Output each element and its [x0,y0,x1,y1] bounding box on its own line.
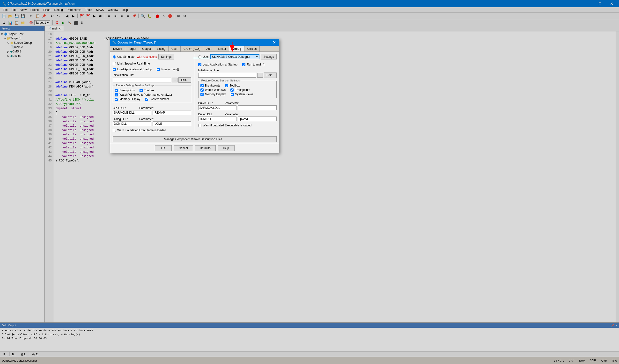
dialog-tab-asm[interactable]: Asm [203,46,215,52]
dialog-param-input-left[interactable] [153,121,191,126]
watch-windows-row-right: Watch Windows [200,88,226,92]
dialog-tab-user[interactable]: User [169,46,181,52]
init-file-row-right: ... Edit... [198,72,277,78]
run-to-main-checkbox-right[interactable] [242,63,245,66]
dialog-divider [195,54,195,132]
memory-display-checkbox-left[interactable] [115,98,118,101]
dialog-dll-labels-right: Dialog DLL: Parameter: [198,113,277,116]
init-file-section-left: Initialization File: ... Edit... [113,73,191,83]
system-viewer-row-left: System Viewer [145,98,169,101]
load-app-checkbox-left[interactable] [113,68,116,71]
dialog-title-label: Options for Target 'Target 1' [117,41,156,44]
dialog-footer: OK Cancel Defaults Help [110,143,279,153]
restore-row3-left: Memory Display System Viewer [115,98,189,101]
load-app-label-left: Load Application at Startup [117,68,152,71]
watch-windows-checkbox-left[interactable] [115,93,118,97]
dialog-defaults-button[interactable]: Defaults [195,145,216,151]
warn-outdated-row-right: Warn if outdated Executable is loaded [198,124,277,127]
warn-outdated-checkbox-right[interactable] [198,124,201,127]
dialog-tab-cpp[interactable]: C/C++ (AC6) [181,46,203,52]
cpu-dll-input[interactable] [113,110,151,115]
init-file-browse-right[interactable]: ... [257,73,263,78]
dialog-dll-label-right: Dialog DLL: [198,113,223,116]
toolbox-row-right: Toolbox [225,84,240,87]
init-file-label-right: Initialization File: [198,69,277,72]
run-to-main-checkbox-left[interactable] [157,68,160,71]
init-file-edit-right[interactable]: Edit... [264,72,277,78]
dialog-dll-input-right[interactable] [198,116,237,121]
run-to-main-row-left: Run to main() [157,68,179,71]
init-file-browse-left[interactable]: ... [172,78,178,83]
breakpoints-label-left: Breakpoints [119,89,135,92]
limit-speed-checkbox[interactable] [113,62,116,65]
restore-group-left: Restore Debug Session Settings Breakpoin… [113,85,191,103]
dialog-tab-linker[interactable]: Linker [215,46,229,52]
load-app-row-left: Load Application at Startup [113,68,152,71]
restore-group-label-left: Restore Debug Session Settings [115,84,155,87]
with-restrictions-link[interactable]: with restrictions [137,55,157,58]
memory-display-label-left: Memory Display [119,98,140,101]
dialog-tab-utilities[interactable]: Utilities [244,46,260,52]
dialog-icon: 🔧 [112,41,116,44]
watch-windows-checkbox-right[interactable] [200,88,204,92]
memory-display-checkbox-right[interactable] [200,93,204,96]
manage-component-viewer-button[interactable]: Manage Component Viewer Description File… [113,136,277,142]
system-viewer-checkbox-right[interactable] [231,93,234,96]
restore-group-right: Restore Debug Session Settings Breakpoin… [198,81,277,98]
dialog-tab-output[interactable]: Output [139,46,154,52]
dialog-tab-device[interactable]: Device [110,46,125,52]
system-viewer-label-right: System Viewer [235,93,255,96]
warn-outdated-checkbox-left[interactable] [113,129,116,132]
use-simulator-radio[interactable] [113,55,116,58]
limit-speed-label: Limit Speed to Real-Time [117,62,150,65]
watch-windows-row-left: Watch Windows & Performance Analyzer [115,93,189,97]
init-file-edit-left[interactable]: Edit... [178,77,191,83]
system-viewer-row-right: System Viewer [231,93,255,96]
toolbox-checkbox-left[interactable] [140,89,143,92]
driver-param-input[interactable] [238,105,277,110]
driver-param-label: Parameter: [225,101,239,105]
init-file-section-right: Initialization File: ... Edit... [198,69,277,78]
dialog-tab-target[interactable]: Target [125,46,139,52]
load-app-checkbox-right[interactable] [198,63,201,66]
init-file-input-left[interactable] [113,78,171,83]
use-dropdown-row: Use: ULINK2/ME Cortex Debugger Settings [198,54,277,59]
dialog-title-text: 🔧 Options for Target 'Target 1' [112,41,156,44]
use-hardware-radio[interactable] [198,55,201,58]
dialog-title-bar: 🔧 Options for Target 'Target 1' ✕ [110,39,279,46]
breakpoints-checkbox-left[interactable] [115,89,118,92]
toolbox-checkbox-right[interactable] [225,84,228,87]
init-file-input-right[interactable] [198,73,256,78]
restore-group-label-right: Restore Debug Session Settings [200,79,241,82]
driver-dll-input[interactable] [198,105,237,110]
system-viewer-checkbox-left[interactable] [145,98,148,101]
use-simulator-label: Use Simulator [117,55,135,58]
cpu-param-input[interactable] [153,110,191,115]
dialog-tab-listing[interactable]: Listing [154,46,169,52]
system-viewer-label-left: System Viewer [150,98,169,101]
load-app-label-right: Load Application at Startup [203,63,238,66]
breakpoints-row-right: Breakpoints [200,84,220,87]
dialog-param-label-right: Parameter: [225,113,239,116]
dialog-tab-debug[interactable]: Debug [229,46,244,52]
breakpoints-checkbox-right[interactable] [200,84,204,87]
run-to-main-label-left: Run to main() [161,68,179,71]
dialog-help-button[interactable]: Help [218,145,235,151]
restore-row3-right: Memory Display System Viewer [200,93,275,96]
dialog-dll-input-left[interactable] [113,121,151,126]
dialog-body: Use Simulator with restrictions Settings… [110,52,279,134]
dialog-dll-row-left [113,121,191,126]
simulator-settings-button[interactable]: Settings [158,54,174,59]
dialog-cancel-button[interactable]: Cancel [174,145,193,151]
watch-windows-label-left: Watch Windows & Performance Analyzer [119,93,172,97]
dialog-close-button[interactable]: ✕ [271,39,277,45]
hardware-settings-button[interactable]: Settings [261,54,277,59]
dialog-param-input-right[interactable] [238,116,277,121]
breakpoints-row-left: Breakpoints [115,89,135,92]
debugger-dropdown[interactable]: ULINK2/ME Cortex Debugger [210,54,259,59]
restore-row1-left: Breakpoints Toolbox [115,89,189,92]
dialog-ok-button[interactable]: OK [155,145,172,151]
dialog-tabs: Device Target Output Listing User C/C++ … [110,46,279,52]
run-to-main-row-right: Run to main() [242,63,265,66]
tracepoints-checkbox-right[interactable] [230,88,234,92]
